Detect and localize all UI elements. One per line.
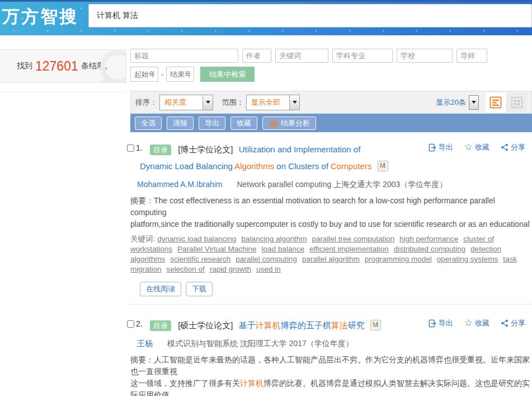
share-action[interactable]: 分享 <box>501 318 525 328</box>
subject-filter-input[interactable] <box>332 49 393 63</box>
page-size-value[interactable]: 显示20条 <box>436 97 466 108</box>
med-badge[interactable]: M <box>378 161 388 171</box>
author-link[interactable]: 王杨 <box>137 339 153 348</box>
abstract: 摘要：人工智能是近年来最热的话题，各种人工智能产品层出不穷。作为它分支的机器博弈… <box>130 354 532 396</box>
export-action[interactable]: 导出 <box>428 318 453 328</box>
keywords: 关键词:dynamic load balancingbalancing algo… <box>130 234 532 274</box>
search-input[interactable] <box>88 4 532 27</box>
result-actions: 导出 ☆ 收藏 分享 <box>428 318 525 328</box>
export-icon <box>428 319 436 328</box>
keyword-link[interactable]: balancing algorithm <box>241 235 307 243</box>
med-badge-letter: M <box>373 321 378 329</box>
result-analysis-button[interactable]: 结果分析 <box>262 117 316 130</box>
keyword-link[interactable]: operating systems <box>437 255 498 263</box>
keyword-link[interactable]: efficient implementation <box>309 245 389 253</box>
share-action-label: 分享 <box>511 142 525 152</box>
end-year-input[interactable] <box>166 67 194 82</box>
abstract-text: 人工智能是近年来最热的话题，各种人工智能产品层出不穷。作为它分支的机器博弈也很受… <box>130 355 530 396</box>
read-online-button[interactable]: 在线阅读 <box>140 282 181 296</box>
scope-select[interactable]: 显示全部 <box>246 95 300 110</box>
star-icon: ☆ <box>464 319 473 327</box>
result-title[interactable]: Utilization and Implementation ofDynamic… <box>140 145 371 171</box>
sort-select[interactable]: 相关度 <box>159 95 213 110</box>
abstract-label: 摘要： <box>130 355 154 364</box>
toc-badge: 目录 <box>150 320 171 331</box>
favorite-button[interactable]: 收藏 <box>230 117 257 130</box>
keyword-link[interactable]: parallel algorithm <box>302 255 360 263</box>
result-meta: Network parallel computing 上海交通大学 2003（学… <box>237 180 447 189</box>
keyword-link[interactable]: parallel tree computation <box>312 235 394 243</box>
keyword-link[interactable]: rapid growth <box>210 265 251 273</box>
share-icon <box>501 319 509 327</box>
keyword-filter-input[interactable] <box>275 49 328 63</box>
page: 万方智搜 找到 127601 条结果。 - 结果中检索 排序： <box>0 0 532 396</box>
highlighted-term: Algorithms <box>234 161 274 171</box>
sidebar-divider <box>0 91 126 92</box>
keyword-link[interactable]: programming model <box>365 255 432 263</box>
select-all-button[interactable]: 全选 <box>135 117 162 130</box>
title-filter-input[interactable] <box>130 49 238 63</box>
result-lead: 2. <box>127 319 143 328</box>
text-segment: platform,since the traditionally superco… <box>130 220 530 229</box>
text-segment: 研究 <box>348 320 365 330</box>
list-view-button[interactable] <box>486 92 506 113</box>
abstract: 摘要：The cost effectiveness is an essentia… <box>130 195 532 230</box>
text-segment: The cost effectiveness is an essential m… <box>130 196 495 217</box>
export-button[interactable]: 导出 <box>199 117 225 130</box>
filter-row-1 <box>130 49 487 63</box>
filter-row-2: - 结果中检索 <box>130 67 255 82</box>
start-year-input[interactable] <box>130 67 158 82</box>
result-title[interactable]: 基于计算机博弈的五子棋算法研究 <box>239 320 365 330</box>
export-action[interactable]: 导出 <box>428 142 453 152</box>
author-line: 王杨 模式识别与智能系统 沈阳理工大学 2017（学位年度） <box>137 339 532 349</box>
keyword-link[interactable]: scientific research <box>170 255 230 263</box>
author-link[interactable]: Mohammed A.M.Ibrahim <box>137 180 223 189</box>
keyword-link[interactable]: Parallel Virtual Machine <box>177 245 257 253</box>
school-filter-input[interactable] <box>397 49 453 63</box>
result-item-2: 2. 目录 [硕士学位论文] 基于计算机博弈的五子棋算法研究 M 导出 <box>130 305 532 396</box>
app-logo[interactable]: 万方智搜 <box>2 5 78 29</box>
keyword-link[interactable]: parallel computing <box>236 255 297 263</box>
highlighted-term: 计算机 <box>240 379 263 388</box>
med-badge[interactable]: M <box>370 320 381 330</box>
found-prefix: 找到 <box>17 61 32 71</box>
export-action-label: 导出 <box>439 318 453 328</box>
advisor-filter-input[interactable] <box>456 49 487 63</box>
search-in-results-button[interactable]: 结果中检索 <box>200 67 255 82</box>
result-analysis-label: 结果分析 <box>281 118 310 128</box>
abstract-label: 摘要： <box>130 196 154 205</box>
scope-label: 范围： <box>222 97 244 108</box>
result-index: 1. <box>136 143 143 152</box>
keyword-link[interactable]: selection of <box>167 265 205 273</box>
result-count: 127601 <box>35 59 78 74</box>
result-checkbox[interactable] <box>127 145 134 152</box>
result-index: 2. <box>136 319 143 328</box>
keyword-link[interactable]: high performance <box>399 235 458 243</box>
magnifier-watermark-icon <box>100 50 126 83</box>
keyword-link[interactable]: load balance <box>262 245 305 253</box>
favorite-action[interactable]: ☆ 收藏 <box>464 318 489 328</box>
page-size-dropdown-button[interactable] <box>469 95 479 110</box>
text-segment: on Clusters of <box>274 161 331 171</box>
header: 万方智搜 <box>0 0 532 35</box>
keyword-link[interactable]: distributed computing <box>394 245 465 253</box>
result-checkbox[interactable] <box>127 320 134 328</box>
favorite-action[interactable]: ☆ 收藏 <box>464 142 489 152</box>
text-segment: 基于 <box>239 320 256 330</box>
favorite-action-label: 收藏 <box>475 318 489 328</box>
keywords-list: dynamic load balancingbalancing algorith… <box>130 235 517 273</box>
author-filter-input[interactable] <box>242 49 271 63</box>
toc-badge: 目录 <box>150 145 171 155</box>
grid-view-button[interactable] <box>507 92 527 113</box>
chevron-down-icon <box>289 95 299 110</box>
export-icon <box>428 143 436 152</box>
keyword-link[interactable]: dynamic load balancing <box>157 235 236 243</box>
keyword-link[interactable]: used in <box>256 265 281 273</box>
main-column: - 结果中检索 排序： 相关度 范围： 显示全部 显示20条 <box>130 35 532 396</box>
highlighted-term: 算法 <box>331 320 348 330</box>
action-bar: 全选 清除 导出 收藏 结果分析 <box>130 114 532 132</box>
clear-button[interactable]: 清除 <box>167 117 194 130</box>
year-separator: - <box>161 70 163 78</box>
share-action[interactable]: 分享 <box>501 142 525 152</box>
download-button[interactable]: 下载 <box>186 282 213 296</box>
